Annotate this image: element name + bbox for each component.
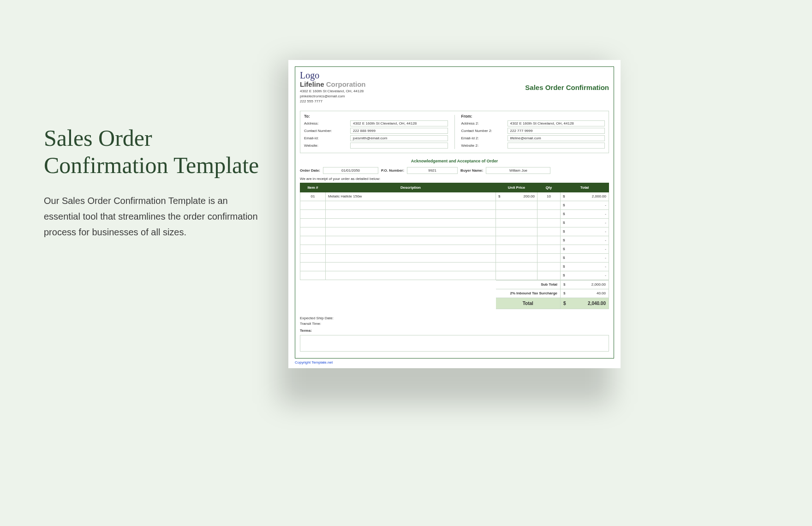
copyright-text: Copyright Template.net [295,360,614,365]
cell-unit [496,271,537,280]
cell-item [300,209,326,218]
to-email-label: Email-Id: [304,136,350,140]
cell-total: $2,000.00 [561,192,609,201]
transit-time-label: Transit Time: [300,321,609,327]
table-row: $- [300,262,609,271]
cell-desc [326,245,496,253]
acknowledgement-heading: Acknowledgement and Acceptance of Order [300,159,609,163]
cell-total: $- [561,271,609,280]
col-item-header: Item # [300,183,326,192]
tax-currency: $ [563,291,565,295]
company-name-strong: Lifeline [300,80,324,88]
cell-desc [326,209,496,218]
from-column: From: Address 2: 4302 E 160th St Clevela… [461,114,605,150]
cell-desc [326,218,496,227]
from-website-value [508,143,605,149]
company-block: Lifeline Corporation 4302 E 160th St Cle… [300,80,366,104]
table-row: $- [300,271,609,280]
table-row: 01Metalic Hallide 150w$200.0010$2,000.00 [300,192,609,201]
from-address-value: 4302 E 160th St Cleveland, OH, 44128 [508,120,605,126]
summary-table: Sub Total $ 2,000.00 2% Inbound Tax Surc… [300,280,609,309]
from-email-label: Email-Id 2: [461,136,508,140]
po-number-value: 9921 [407,167,458,174]
cell-desc [326,201,496,209]
company-address: 4302 E 160th St Cleveland, OH, 44128 [300,89,366,94]
party-separator [454,115,455,149]
subtotal-label: Sub Total [496,280,561,289]
document-frame: Logo Lifeline Corporation 4302 E 160th S… [295,66,614,359]
post-notes: Expected Ship Date: Transit Time: Terms: [300,316,609,352]
from-header: From: [461,114,605,119]
receipt-note: We are in receipt of your order as detai… [300,177,609,181]
to-website-value [350,143,448,149]
logo-text: Logo [300,71,609,80]
cell-item [300,218,326,227]
to-address-value: 4302 E 160th St Cleveland, OH, 44128 [350,120,448,126]
cell-total: $- [561,209,609,218]
from-contact-value: 222 777 9999 [508,128,605,134]
to-email-value: joesmith@email.com [350,135,448,141]
cell-total: $- [561,245,609,253]
total-value: 2,040.00 [588,301,606,306]
company-email: pinkelectronics@email.com [300,94,366,99]
to-website-label: Website: [304,143,350,148]
cell-qty [537,236,561,245]
cell-unit [496,227,537,236]
document-preview: Logo Lifeline Corporation 4302 E 160th S… [288,60,621,368]
promo-title: Sales Order Confirmation Template [44,125,265,179]
order-meta-row: Order Date: 01/01/2050 P.O. Number: 9921… [300,167,609,174]
cell-item [300,271,326,280]
col-total-header: Total [561,183,609,192]
to-contact-value: 222 888 9999 [350,128,448,134]
tax-value: 40.00 [597,291,606,295]
table-row: $- [300,201,609,209]
table-row: $- [300,253,609,262]
cell-total: $- [561,236,609,245]
to-header: To: [304,114,448,119]
cell-total: $- [561,201,609,209]
from-email-value: lifeline@email.com [508,135,605,141]
cell-item [300,253,326,262]
table-row: $- [300,236,609,245]
to-contact-label: Contact Number: [304,129,350,133]
cell-desc [326,271,496,280]
order-date-value: 01/01/2050 [323,167,378,174]
total-currency: $ [563,301,566,306]
cell-total: $- [561,227,609,236]
cell-qty [537,262,561,271]
to-address-label: Address: [304,121,350,126]
expected-ship-date-label: Expected Ship Date: [300,316,609,322]
items-table: Item # Description Unit Price Qty Total … [300,183,609,280]
cell-total: $- [561,262,609,271]
cell-qty [537,271,561,280]
table-row: $- [300,209,609,218]
parties-panel: To: Address: 4302 E 160th St Cleveland, … [300,111,609,153]
cell-unit [496,245,537,253]
buyer-name-value: Willam Joe [486,167,550,174]
table-row: $- [300,227,609,236]
total-label: Total [496,298,561,309]
cell-unit [496,201,537,209]
cell-unit [496,253,537,262]
cell-item [300,245,326,253]
cell-total: $- [561,218,609,227]
cell-unit [496,218,537,227]
cell-item [300,201,326,209]
from-contact-label: Contact Number 2: [461,129,508,133]
from-website-label: Website 2: [461,143,508,148]
col-qty-header: Qty [537,183,561,192]
cell-qty [537,201,561,209]
cell-qty [537,253,561,262]
cell-item [300,236,326,245]
cell-desc [326,262,496,271]
cell-unit [496,262,537,271]
document-title: Sales Order Confirmation [525,84,609,91]
cell-item [300,227,326,236]
promo-description: Our Sales Order Confirmation Template is… [44,193,265,240]
cell-qty: 10 [537,192,561,201]
col-unit-header: Unit Price [496,183,537,192]
cell-unit [496,209,537,218]
table-row: $- [300,245,609,253]
cell-desc [326,253,496,262]
cell-unit: $200.00 [496,192,537,201]
